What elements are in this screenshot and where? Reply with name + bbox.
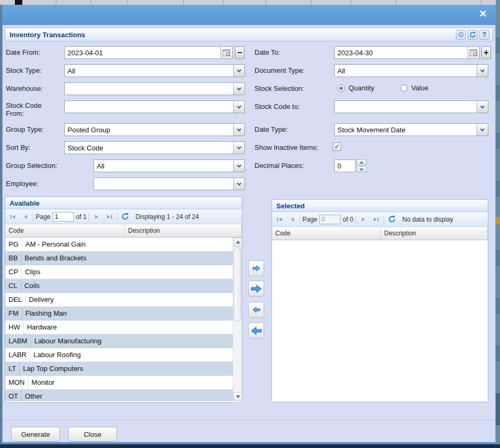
warehouse-combo[interactable] xyxy=(64,82,245,95)
group-type-label: Group Type: xyxy=(6,125,44,133)
previous-page-button[interactable] xyxy=(20,212,31,222)
selected-panel: Selected Page of 0 xyxy=(272,199,488,402)
decimal-places-input[interactable]: 0 xyxy=(334,159,355,172)
background-app-top-strip xyxy=(0,0,500,5)
date-from-calendar-button[interactable] xyxy=(221,47,232,58)
close-button[interactable]: Close xyxy=(68,427,117,442)
date-to-calendar-button[interactable] xyxy=(468,47,479,58)
selected-empty-rows xyxy=(272,240,488,401)
scrollbar-thumb[interactable] xyxy=(234,247,241,322)
column-header-code[interactable]: Code xyxy=(272,227,381,240)
table-row[interactable]: CLCoils xyxy=(5,279,233,293)
group-type-combo[interactable]: Posted Group xyxy=(64,123,245,136)
date-type-combo[interactable]: Stock Movement Date xyxy=(334,123,488,136)
group-selection-combo[interactable]: All xyxy=(94,159,245,172)
stock-type-value: All xyxy=(65,65,233,77)
first-page-button[interactable] xyxy=(274,214,285,225)
table-row[interactable]: CPClips xyxy=(5,265,233,279)
selected-grid-header: Code Description xyxy=(272,227,488,240)
scroll-up-button[interactable] xyxy=(233,238,242,247)
column-header-description[interactable]: Description xyxy=(125,224,242,237)
selected-panel-title: Selected xyxy=(272,200,488,212)
stock-type-combo[interactable]: All xyxy=(64,64,245,77)
grid-refresh-button[interactable] xyxy=(386,214,397,225)
table-row[interactable]: FMFlashing Man xyxy=(5,307,233,320)
available-paging-toolbar: Page of 1 Displaying 1 - 24 of 24 xyxy=(5,209,242,224)
move-selected-right-button[interactable] xyxy=(248,260,264,276)
chevron-down-icon[interactable] xyxy=(233,124,244,136)
scroll-down-button[interactable] xyxy=(233,392,242,401)
column-header-code[interactable]: Code xyxy=(5,224,125,237)
table-row[interactable]: DELDelivery xyxy=(5,293,233,307)
table-row[interactable]: LTLap Top Computers xyxy=(5,362,233,376)
stock-code-to-value xyxy=(335,101,477,113)
radio-unchecked-icon[interactable] xyxy=(400,84,408,92)
chevron-down-icon[interactable] xyxy=(233,178,244,190)
radio-checked-icon[interactable] xyxy=(337,84,345,92)
grid-refresh-button[interactable] xyxy=(120,212,130,222)
footer-divider xyxy=(3,420,495,420)
chevron-down-icon[interactable] xyxy=(233,65,244,77)
table-row[interactable]: PGAM - Personal Gain xyxy=(5,238,233,251)
arrow-right-large-icon xyxy=(251,284,262,293)
sort-by-combo[interactable]: Stock Code xyxy=(64,141,245,154)
refresh-button[interactable] xyxy=(468,30,478,40)
table-row[interactable]: BBBends and Brackets xyxy=(5,251,233,265)
chevron-down-icon[interactable] xyxy=(233,83,244,95)
chevron-down-icon[interactable] xyxy=(233,142,244,154)
available-page-input[interactable] xyxy=(53,212,74,222)
employee-combo[interactable] xyxy=(94,177,245,190)
stock-code-from-value xyxy=(65,101,233,113)
refresh-icon xyxy=(469,31,476,38)
move-selected-left-button[interactable] xyxy=(248,302,264,318)
calendar-icon xyxy=(470,49,478,56)
employee-label: Employee: xyxy=(6,180,38,188)
chevron-down-icon[interactable] xyxy=(477,124,488,136)
generate-button[interactable]: Generate xyxy=(11,427,60,442)
last-page-button[interactable] xyxy=(371,214,382,225)
stock-selection-radio-value[interactable]: Value xyxy=(400,84,428,92)
spinner-down-button[interactable] xyxy=(357,166,367,172)
document-type-combo[interactable]: All xyxy=(334,64,488,77)
table-row[interactable]: LABRLabour Roofing xyxy=(5,348,233,362)
stock-selection-radio-quantity[interactable]: Quantity xyxy=(337,84,374,92)
spinner-up-button[interactable] xyxy=(357,159,367,165)
table-row[interactable]: LABMLabour Manufacturing xyxy=(5,334,233,348)
date-to-increment-button[interactable]: + xyxy=(481,46,491,59)
settings-button[interactable]: ⚙ xyxy=(456,30,466,40)
selected-page-input[interactable] xyxy=(319,215,341,224)
arrow-left-small-icon xyxy=(252,307,260,313)
date-from-decrement-button[interactable]: − xyxy=(235,46,244,59)
chevron-down-icon[interactable] xyxy=(233,101,244,113)
next-page-button[interactable] xyxy=(91,212,102,222)
help-button[interactable]: ? xyxy=(479,30,489,40)
previous-page-button[interactable] xyxy=(287,214,298,225)
next-page-button[interactable] xyxy=(358,214,369,225)
show-inactive-items-checkbox[interactable]: ✓ xyxy=(333,142,341,151)
table-row[interactable]: MONMonitor xyxy=(5,376,233,390)
background-app-bottom-strip xyxy=(0,444,500,448)
move-all-left-button[interactable] xyxy=(248,323,264,339)
available-panel-title: Available xyxy=(5,197,242,209)
page-of-text: of 1 xyxy=(76,213,87,221)
vertical-scrollbar[interactable] xyxy=(233,238,242,401)
last-page-button[interactable] xyxy=(104,212,115,222)
employee-value xyxy=(94,178,233,190)
chevron-down-icon[interactable] xyxy=(477,101,488,113)
date-to-field[interactable]: 2023-04-30 xyxy=(334,46,480,59)
stock-code-from-label: Stock Code From: xyxy=(6,102,55,117)
table-row[interactable]: HWHardware xyxy=(5,320,233,334)
inventory-transactions-window: ✕ Inventory Transactions ⚙ ? xyxy=(2,5,496,444)
page-label: Page xyxy=(36,213,50,221)
chevron-down-icon[interactable] xyxy=(477,65,488,77)
first-page-button[interactable] xyxy=(7,212,18,222)
stock-code-to-combo[interactable] xyxy=(334,100,488,113)
chevron-down-icon[interactable] xyxy=(233,160,244,172)
date-type-label: Date Type: xyxy=(255,125,288,133)
column-header-description[interactable]: Description xyxy=(381,227,488,240)
date-from-field[interactable]: 2023-04-01 xyxy=(64,46,233,59)
stock-code-from-combo[interactable] xyxy=(64,100,245,113)
window-close-button[interactable]: ✕ xyxy=(477,8,489,21)
table-row[interactable]: OTOther xyxy=(5,390,233,401)
move-all-right-button[interactable] xyxy=(248,281,264,297)
